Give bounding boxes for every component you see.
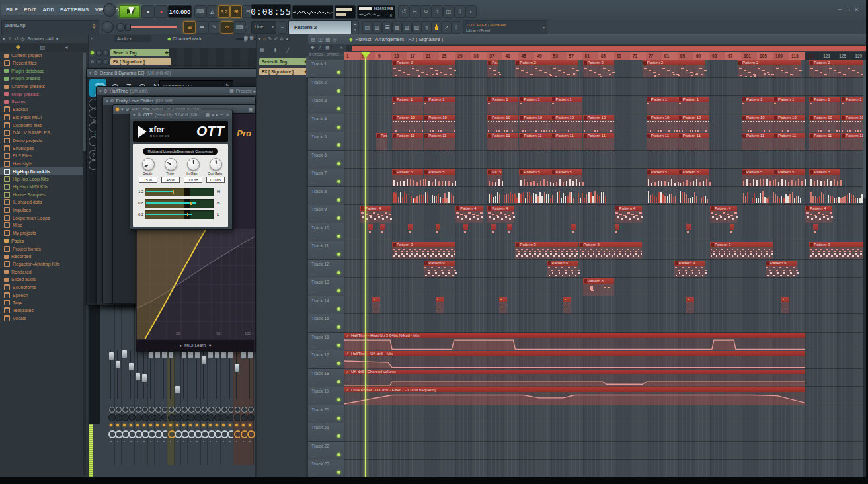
pattern-clip[interactable] [615, 224, 619, 230]
pattern-clip[interactable] [571, 224, 576, 230]
browser-item-sliced-audio[interactable]: Sliced audio [0, 276, 88, 284]
pattern-clip[interactable] [686, 224, 691, 230]
browser-item-flp-files[interactable]: FLP Files [0, 152, 88, 160]
step-grid[interactable] [169, 48, 256, 67]
browser-item-hardstyle[interactable]: Hardstyle [0, 160, 88, 168]
corner-option-stretch[interactable]: STRETCH ○ [327, 53, 343, 56]
track-led[interactable] [337, 434, 340, 438]
route-dot[interactable] [203, 441, 204, 442]
help-icon[interactable]: ? [432, 5, 443, 18]
route-dot[interactable] [124, 441, 125, 442]
track-header[interactable]: Track 22⋯ [308, 442, 344, 460]
proq-eq-graph[interactable] [137, 229, 255, 339]
track-header[interactable]: Track 6⋯ [308, 151, 344, 169]
track-led[interactable] [337, 453, 340, 456]
channel-button-seventh-tag[interactable]: Seve..h Tag✚ [110, 49, 171, 56]
mute-led[interactable] [116, 424, 119, 426]
channel-rack-icon[interactable]: ☰ [382, 21, 392, 34]
playlist-timeline[interactable]: 1591317212529333741454953576165697377818… [344, 52, 868, 60]
pattern-clip[interactable]: Pattern 4 [615, 206, 642, 223]
menu-patterns[interactable]: PATTERNS [60, 7, 89, 13]
ott-band-meter[interactable] [145, 188, 214, 196]
automation-clip[interactable]: ↗UK drill - Channel volume [344, 370, 805, 374]
track-header[interactable]: Track 17⋯ [308, 350, 344, 369]
link-icon[interactable]: ∞ [221, 21, 233, 34]
route-dot[interactable] [137, 441, 138, 442]
mixer-fader[interactable] [135, 372, 141, 381]
route-dot[interactable] [157, 441, 158, 442]
browser-header[interactable]: ▾ ⇧ ↺ ◎ Browser - All ▾ [0, 34, 88, 43]
browser-item-mixer-presets[interactable]: Mixer presets [0, 90, 88, 98]
pattern-clip[interactable]: Pattern 9 [424, 261, 455, 278]
pattern-clip[interactable]: Pattern 9 [766, 261, 797, 278]
browser-item-hiphop-midi-kits[interactable]: HipHop MIDI Kits [0, 183, 88, 191]
track-header[interactable]: Track 12⋯ [308, 260, 344, 278]
pattern-clip[interactable]: Pattern 5 [678, 169, 709, 186]
pattern-clip[interactable]: Pattern 11 [742, 133, 773, 150]
playlist-tool-icons[interactable]: ✚╱▦ [311, 45, 334, 50]
browser-item-my-projects[interactable]: My projects [0, 229, 88, 237]
pattern-clip[interactable]: Pattern 4 [455, 206, 483, 223]
pattern-clip[interactable]: Pattern 11 [551, 133, 582, 150]
playhead-marker[interactable] [361, 52, 370, 58]
playlist-minimap[interactable] [346, 45, 868, 51]
menu-add[interactable]: ADD [42, 7, 54, 13]
stereo-knob[interactable] [247, 414, 255, 421]
track-header[interactable]: Track 11⋯ [308, 241, 344, 260]
pattern-clip[interactable]: Pattern 2 [583, 60, 614, 77]
pattern-clip[interactable]: Pattern 10 [678, 115, 709, 132]
mixer-icon[interactable]: ▦ [392, 21, 402, 34]
pattern-clip[interactable]: Pattern 10 [647, 115, 678, 132]
track-led[interactable] [337, 253, 340, 256]
route-dot[interactable] [249, 441, 251, 442]
channel-led[interactable] [91, 60, 94, 63]
proq-footer[interactable]: ◂ MIDI Learn ▾ [136, 340, 254, 351]
playhead-line[interactable] [365, 52, 366, 478]
pattern-clip[interactable] [487, 188, 610, 205]
track-led[interactable] [337, 71, 340, 74]
pattern-clip[interactable] [436, 297, 444, 314]
track-led[interactable] [337, 289, 340, 292]
mute-led[interactable] [196, 424, 198, 426]
pattern-clip[interactable]: Pattern 2 [809, 60, 868, 77]
pattern-clip[interactable]: Pattern 11 [647, 133, 678, 150]
browser-item-vocals[interactable]: Vocals [0, 314, 88, 322]
pattern-clip[interactable]: Pattern 1 [424, 97, 455, 114]
metronome-icon[interactable]: ◭ [206, 5, 218, 18]
track-led[interactable] [337, 89, 340, 93]
automation-clip[interactable]: ↗Love Philter - UK drill - Filter 1 - Cu… [344, 387, 805, 392]
browser-item-clipboard-files[interactable]: Clipboard files [0, 121, 88, 129]
mute-led[interactable] [222, 424, 225, 426]
pattern-clip[interactable]: Pattern 1 [392, 97, 423, 114]
mute-led[interactable] [202, 424, 205, 426]
track-header[interactable]: Track 2⋯ [308, 78, 344, 97]
pattern-clip[interactable] [813, 224, 818, 230]
browser-item-misc[interactable]: Misc [0, 222, 88, 229]
route-dot[interactable] [216, 441, 217, 442]
mute-led[interactable] [169, 424, 172, 426]
pattern-clip[interactable]: Pattern 10 [583, 115, 614, 132]
mute-led[interactable] [110, 424, 112, 426]
plugin-database-icon[interactable]: ▨ [412, 21, 422, 34]
mute-led[interactable] [136, 424, 139, 426]
browser-item-il-shared-data[interactable]: IL shared data [0, 198, 88, 206]
remote-icon[interactable]: ➚ [442, 21, 452, 34]
mute-led[interactable] [176, 424, 178, 426]
route-dot[interactable] [190, 441, 191, 442]
pattern-clip[interactable]: Pattern 11 [519, 133, 550, 150]
ott-knob-value[interactable]: 48 % [161, 177, 180, 183]
menu-file[interactable]: FILE [6, 7, 18, 13]
typing-keyboard-icon[interactable]: ⌨ [194, 5, 206, 18]
mute-led[interactable] [163, 424, 165, 426]
mute-led[interactable] [242, 424, 245, 426]
pattern-clip[interactable]: Pattern 11 [773, 133, 805, 150]
mixer-fader[interactable] [201, 356, 207, 364]
mixer-fader[interactable] [175, 385, 180, 394]
pan-knob[interactable] [248, 407, 254, 413]
track-header[interactable]: Track 23⋯ [308, 460, 344, 478]
browser-item-demo-projects[interactable]: Demo projects [0, 137, 88, 145]
mute-led[interactable] [156, 424, 159, 426]
track-header[interactable]: Track 5⋯ [308, 132, 344, 151]
pattern-clip[interactable]: Pattern 10 [519, 115, 550, 132]
track-header[interactable]: Track 15⋯ [308, 314, 344, 333]
